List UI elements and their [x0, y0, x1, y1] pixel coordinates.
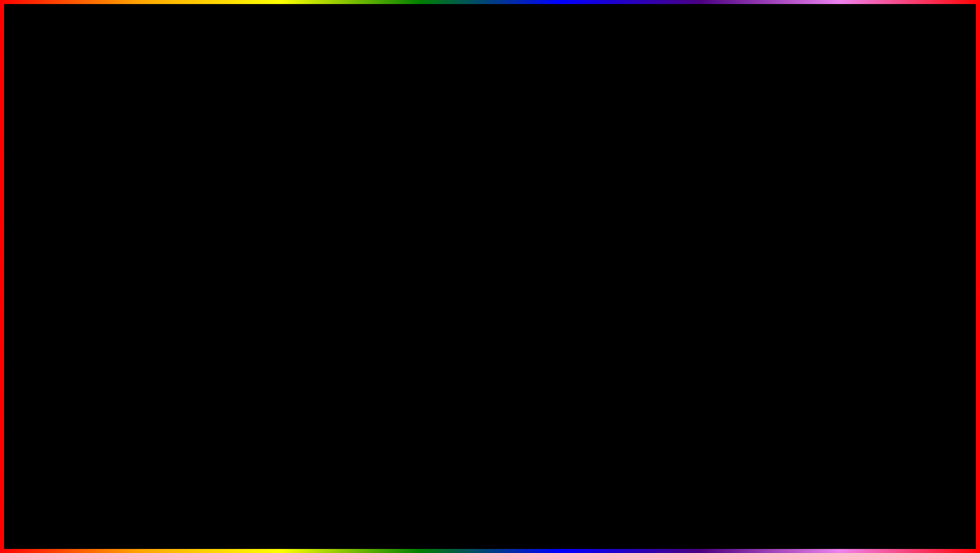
health-slider-value: 100: [153, 181, 169, 188]
right-nav-icon-2[interactable]: 🔄: [719, 308, 733, 320]
raid-option-sand[interactable]: Sand: [695, 209, 799, 220]
npc-esp-label: Npc ESP: [827, 250, 910, 256]
main-title: BLOX FRUITS: [0, 10, 980, 81]
auto-serpent-label: Auto Serpent Bow: [188, 204, 280, 211]
player-esp-checkbox[interactable]: [913, 198, 920, 205]
bottom-text-area: AUTO FARM SCRIPT PASTEBIN: [0, 473, 980, 538]
skill-c-checkbox[interactable]: [161, 221, 169, 228]
chest-esp-checkbox[interactable]: [913, 186, 920, 193]
start-raid-button[interactable]: Start Raid: [702, 267, 791, 281]
auto-musketer-icon: ≡F: [177, 193, 185, 199]
close-button-right[interactable]: ✕: [916, 163, 922, 171]
right-nav-icon-9[interactable]: 📦: [881, 308, 896, 320]
right-panel-content: [ \\ Auto Raid // ] Select Raid : ▲ Sand…: [687, 177, 928, 304]
nav-icon-7[interactable]: 🎯: [200, 308, 214, 320]
nav-icon-8[interactable]: 🛒: [223, 308, 238, 320]
auto-farm-obs-icon: ≡F: [177, 227, 185, 232]
right-panel-esp-col: ≡F Chest ESP ≡F Player ESP ≡F Devil Frui…: [808, 177, 929, 304]
skill-v-checkbox[interactable]: [161, 232, 169, 239]
auto-serpent-row: ≡F Auto Serpent Bow: [177, 202, 290, 214]
npc-esp-row: ≡F Npc ESP: [816, 247, 921, 259]
skill-v-icon: ≡F: [56, 233, 64, 239]
npc-esp-checkbox[interactable]: [913, 249, 920, 256]
discord-icon-left[interactable]: d: [267, 162, 277, 172]
right-nav-icon-10[interactable]: 👤: [905, 308, 920, 320]
left-panel-navbar: 👤 🔄 📊 👥 👁 💀 🎯 🛒 📦 👤: [52, 304, 293, 324]
left-panel-content: Kill Mobs At Health min ... % 100 ≡F Use…: [52, 177, 293, 304]
skill-z-checkbox[interactable]: [161, 197, 169, 204]
skill-c-label: Use Skill C: [67, 221, 158, 227]
health-slider-bar[interactable]: [56, 190, 169, 193]
nav-icon-1[interactable]: 👤: [60, 308, 75, 320]
nav-icon-2[interactable]: 🔄: [84, 308, 99, 320]
right-nav-icon-5[interactable]: 👁: [790, 309, 802, 320]
skill-c-icon: ≡F: [56, 222, 64, 227]
left-panel: ≡F FULL HUB BLOX FRUIT – 3RD WORLD d ✕ K…: [51, 157, 295, 325]
auto-serpent-checkbox[interactable]: [282, 204, 289, 211]
raid-option-dough[interactable]: Dough: [695, 233, 799, 245]
skill-f-checkbox[interactable]: [161, 244, 169, 251]
skill-v-label: Use Skill V: [67, 233, 158, 239]
chest-esp-row: ≡F Chest ESP: [816, 184, 921, 195]
skill-f-row: ≡F Use Skill F: [56, 242, 169, 254]
nav-icon-9[interactable]: 📦: [247, 308, 261, 320]
right-panel-subtitle: BLOX FRUIT – 3RD WORLD: [750, 164, 841, 171]
npc-esp-icon: ≡F: [816, 250, 824, 256]
auto-obs-v2-checkbox[interactable]: [282, 249, 289, 256]
buy-chip-button[interactable]: Buy Special Microchip: [702, 250, 791, 264]
auto-musketer-label: Auto Musketer: [188, 193, 280, 199]
auto-farm-obs-hop-label: Auto Farm Observation Hop: [188, 238, 280, 244]
skill-z-icon: ≡F: [56, 198, 64, 204]
island-esp-checkbox[interactable]: [913, 236, 920, 244]
nav-icon-4[interactable]: 👥: [131, 308, 145, 320]
skill-v-row: ≡F Use Skill V: [56, 230, 169, 242]
skill-f-icon: ≡F: [56, 245, 64, 251]
auto-farm-obs-hop-checkbox[interactable]: [282, 237, 289, 245]
right-nav-icon-3[interactable]: 📊: [742, 308, 757, 320]
skill-x-icon: ≡F: [56, 210, 64, 216]
right-nav-icon-7[interactable]: 🎯: [835, 308, 849, 320]
right-panel-title: FULL HUB: [706, 163, 746, 171]
skill-x-label: Use Skill X: [67, 210, 158, 216]
svg-point-7: [482, 236, 498, 251]
fruit-esp-checkbox[interactable]: [913, 224, 920, 231]
health-slider-label: Kill Mobs At Health min ... %: [56, 182, 150, 187]
raid-dropdown-arrow[interactable]: ▲: [793, 197, 799, 204]
logo-bg-svg: BL🏴X FRUITS: [868, 492, 950, 543]
nav-icon-10[interactable]: 👤: [271, 308, 285, 320]
right-panel: ≡F FULL HUB BLOX FRUIT – 3RD WORLD d ✕ […: [685, 157, 929, 325]
left-panel-subtitle: BLOX FRUIT – 3RD WORLD: [115, 164, 207, 171]
close-button-left[interactable]: ✕: [281, 163, 287, 171]
left-panel-col1: Kill Mobs At Health min ... % 100 ≡F Use…: [52, 177, 173, 304]
devil-fruit-esp-checkbox[interactable]: [913, 211, 920, 218]
right-nav-icon-1[interactable]: 👤: [695, 308, 709, 320]
skill-z-row: ≡F Use Skill Z: [56, 195, 169, 207]
nav-icon-6[interactable]: 💀: [176, 308, 190, 320]
right-nav-icon-8[interactable]: 🛒: [858, 308, 872, 320]
skill-x-checkbox[interactable]: [161, 209, 169, 216]
left-panel-col2: # ≡F Auto Musketer ≡F Auto Serpent Bow O…: [173, 177, 294, 304]
right-nav-icon-4[interactable]: 👥: [766, 308, 780, 320]
player-esp-label: Player ESP: [827, 199, 910, 205]
auto-farm-obs-checkbox[interactable]: [282, 226, 289, 233]
chest-esp-label: Chest ESP: [827, 186, 910, 192]
auto-farm-obs-row: ≡F Auto Farm Observation: [177, 224, 290, 235]
bottom-auto-farm: AUTO FARM: [172, 473, 503, 538]
player-esp-icon: ≡F: [816, 199, 824, 205]
raid-section: [ \\ Auto Raid // ] Select Raid : ▲ Sand…: [691, 180, 803, 285]
discord-icon-right[interactable]: d: [902, 162, 912, 172]
left-panel-title: FULL HUB: [72, 163, 111, 171]
raid-option-phoenix[interactable]: Bird: Phoenix: [695, 221, 799, 232]
devil-fruit-esp-icon: ≡F: [816, 212, 824, 218]
character-area: [414, 101, 566, 355]
left-panel-header: ≡F FULL HUB BLOX FRUIT – 3RD WORLD d ✕: [52, 158, 293, 177]
nav-icon-5[interactable]: 👁: [155, 309, 167, 320]
fruit-esp-icon: ≡F: [816, 225, 824, 230]
auto-musketer-checkbox[interactable]: [282, 192, 289, 199]
nav-icon-3[interactable]: 📊: [108, 308, 122, 320]
skill-z-label: Use Skill Z: [67, 198, 158, 204]
raid-title: [ \\ Auto Raid // ]: [695, 184, 799, 194]
obs-level-text: Observation Level : 0: [177, 214, 290, 224]
auto-musketer-row: ≡F Auto Musketer: [177, 190, 290, 202]
right-nav-icon-6[interactable]: 💀: [811, 308, 825, 320]
